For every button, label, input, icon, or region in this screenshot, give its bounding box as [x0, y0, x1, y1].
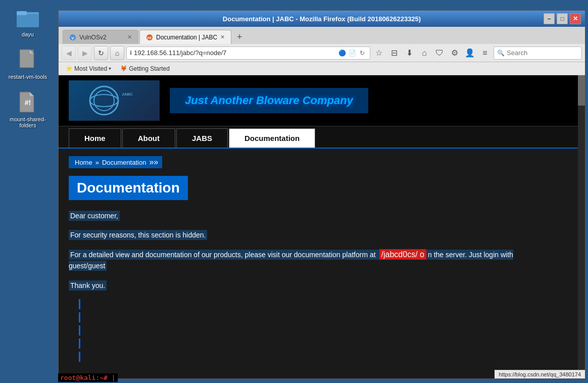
forward-button[interactable]: ▶	[78, 46, 92, 60]
svg-rect-1	[17, 14, 39, 27]
home-nav-button[interactable]: ⌂	[110, 46, 124, 60]
url-bar-container: ℹ 🔵 📄 ↻	[126, 46, 370, 60]
page-body: Documentation Dear customer, For securit…	[59, 171, 578, 375]
url-bar-actions: 🔵 📄 ↻	[337, 49, 367, 58]
vert-line-1	[79, 299, 80, 309]
visit-text-prefix: For a detailed view and documentation of…	[69, 250, 379, 260]
tab-documentation-jabc[interactable]: FF Documentation | JABC ✕	[139, 30, 231, 44]
url-input[interactable]	[134, 49, 335, 57]
tab-bar: V VulnOSv2 ✕ FF Documentation | JABC ✕ +	[59, 27, 585, 44]
vert-line-2	[79, 312, 80, 322]
scrollbar[interactable]	[578, 75, 585, 378]
most-visited-arrow: ▾	[109, 66, 111, 71]
tab1-close[interactable]: ✕	[127, 34, 132, 40]
status-url: https://blog.csdn.net/qq_3480174	[499, 371, 581, 377]
svg-rect-2	[17, 11, 27, 15]
nav-jabs[interactable]: JABS	[176, 128, 228, 148]
svg-text:#!: #!	[25, 99, 31, 107]
page-title: Documentation	[77, 180, 180, 196]
nav-about[interactable]: About	[122, 128, 175, 148]
tab1-label: VulnOSv2	[79, 34, 107, 41]
maximize-button[interactable]: □	[557, 13, 568, 24]
downloads-icon[interactable]: ⬇	[403, 46, 416, 60]
thanks-text: Thank you.	[69, 280, 107, 291]
nav-bar: ◀ ▶ ↻ ⌂ ℹ 🔵 📄 ↻ ☆ ⊟ ⬇ ⌂ 🛡 ⚙ 👤 ≡ 🔍	[59, 44, 585, 62]
dear-customer-para: Dear customer,	[69, 210, 568, 221]
window-title: Documentation | JABC - Mozilla Firefox (…	[223, 15, 421, 23]
desktop: dayu #! restart-vm-tools #! mount-shared…	[0, 0, 56, 383]
site-brand-title: Just Another Bloware Company	[170, 88, 368, 113]
security-text: For security reasons, this section is hi…	[69, 230, 207, 240]
profile-icon[interactable]: 👤	[463, 46, 476, 60]
search-input[interactable]	[507, 49, 572, 57]
svg-point-16	[94, 90, 114, 111]
vert-line-4	[79, 339, 80, 349]
web-content[interactable]: JABC Just Another Bloware Company Home A…	[59, 75, 585, 378]
security-para: For security reasons, this section is hi…	[69, 229, 568, 241]
nav-documentation[interactable]: Documentation	[229, 128, 315, 148]
page-title-box: Documentation	[69, 176, 188, 200]
close-button[interactable]: ✕	[570, 13, 581, 24]
desktop-icon-restart-label: restart-vm-tools	[9, 74, 47, 80]
most-visited-bookmark[interactable]: ⭐ Most Visited ▾	[63, 64, 114, 73]
tab-favicon-1: V	[69, 34, 76, 41]
desktop-icon-mount-label: mount-shared-folders	[8, 116, 48, 128]
most-visited-label: Most Visited	[74, 65, 107, 72]
svg-text:JABC: JABC	[122, 92, 133, 97]
reader-mode-icon[interactable]: 📄	[348, 49, 357, 58]
brand-text: Just Another Bloware Company	[185, 94, 353, 107]
vert-line-5	[79, 352, 80, 362]
site-nav: Home About JABS Documentation	[59, 126, 578, 149]
sync-icon[interactable]: ⚙	[448, 46, 461, 60]
terminal-prompt: root@kali:~# |	[58, 373, 118, 382]
tab-vulnosv2[interactable]: V VulnOSv2 ✕	[63, 30, 138, 44]
most-visited-icon: ⭐	[66, 65, 73, 72]
jabcd0cs-link[interactable]: /jabcd0cs/ o	[379, 249, 426, 260]
svg-text:V: V	[71, 36, 74, 40]
thanks-para: Thank you.	[69, 280, 568, 291]
breadcrumb-arrow: »»	[149, 158, 158, 167]
getting-started-bookmark[interactable]: 🦊 Getting Started	[117, 64, 173, 73]
desktop-icon-dayu-label: dayu	[22, 31, 34, 37]
new-tab-button[interactable]: +	[232, 30, 247, 44]
back-button[interactable]: ◀	[62, 46, 76, 60]
tab-favicon-2: FF	[146, 34, 153, 41]
desktop-icon-restart-vm-tools[interactable]: #! restart-vm-tools	[8, 47, 48, 80]
lock-icon: ℹ	[130, 50, 132, 56]
site-header: JABC Just Another Bloware Company	[59, 75, 578, 126]
reload-button[interactable]: ↻	[94, 46, 108, 60]
site-logo: JABC	[69, 80, 160, 121]
browser-window: Documentation | JABC - Mozilla Firefox (…	[58, 10, 585, 379]
breadcrumb-home[interactable]: Home	[73, 158, 94, 167]
search-container: 🔍	[494, 46, 582, 60]
minimize-button[interactable]: –	[544, 13, 555, 24]
getting-started-label: Getting Started	[129, 65, 170, 72]
breadcrumb-separator: »	[95, 159, 99, 166]
refresh-icon[interactable]: ↻	[358, 49, 367, 58]
shield-icon[interactable]: 🛡	[433, 46, 446, 60]
bookmark-star-icon[interactable]: 🔵	[337, 49, 347, 58]
svg-text:FF: FF	[148, 36, 152, 40]
nav-home[interactable]: Home	[69, 128, 121, 148]
vert-line-3	[79, 325, 80, 336]
title-bar: Documentation | JABC - Mozilla Firefox (…	[59, 11, 585, 27]
breadcrumb: Home » Documentation »»	[69, 156, 162, 168]
breadcrumb-documentation[interactable]: Documentation	[100, 158, 148, 167]
bookmarks-bar: ⭐ Most Visited ▾ 🦊 Getting Started	[59, 62, 585, 75]
desktop-icon-dayu[interactable]: dayu	[8, 5, 48, 37]
search-icon: 🔍	[497, 50, 505, 57]
logo-svg: JABC	[84, 83, 144, 118]
home-icon[interactable]: ⌂	[418, 46, 431, 60]
hamburger-menu[interactable]: ≡	[478, 46, 492, 60]
dear-customer-text: Dear customer,	[69, 211, 120, 221]
window-controls: – □ ✕	[544, 13, 581, 24]
tab2-close[interactable]: ✕	[220, 34, 225, 40]
desktop-icon-mount-shared-folders[interactable]: #! mount-shared-folders	[8, 90, 48, 128]
open-menu-icon[interactable]: ⊟	[387, 46, 401, 60]
scrollbar-thumb[interactable]	[578, 75, 585, 106]
tab2-label: Documentation | JABC	[156, 34, 217, 41]
status-bar: https://blog.csdn.net/qq_3480174	[495, 370, 585, 378]
breadcrumb-area: Home » Documentation »»	[59, 149, 578, 171]
bookmark-button[interactable]: ☆	[372, 46, 385, 60]
site-content: JABC Just Another Bloware Company Home A…	[59, 75, 578, 378]
